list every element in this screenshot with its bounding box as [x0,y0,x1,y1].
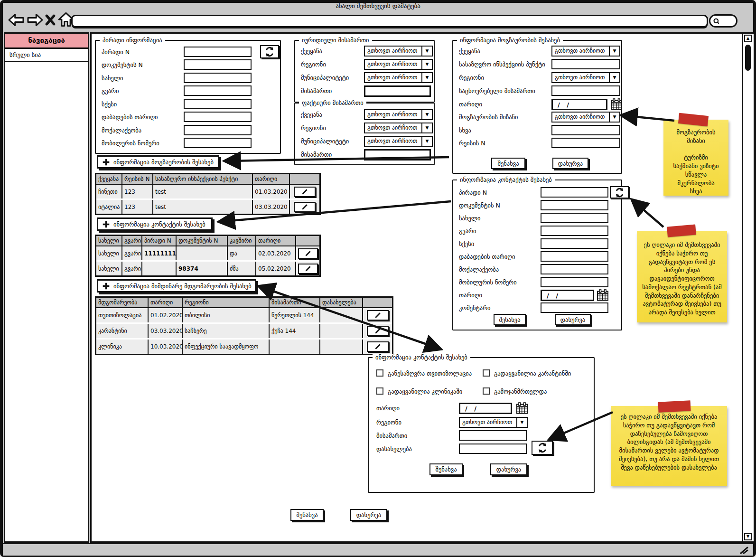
refresh-button[interactable] [532,441,553,455]
dropdown-arrow-icon[interactable]: ▼ [421,60,432,69]
cell: 10.03.2020 [149,340,183,354]
select-placeholder: გთხოვთ აირჩიოთ [365,47,421,56]
calendar-icon[interactable] [610,98,623,111]
contact-date-input[interactable]: / / [541,290,594,301]
last-name-input[interactable] [184,85,252,96]
contact-comment-input[interactable] [541,302,608,313]
field-label: თარიღი [376,405,400,412]
mobile-input[interactable] [184,138,252,148]
other-input[interactable] [551,125,620,135]
cell [320,324,363,338]
dropdown-arrow-icon[interactable]: ▼ [421,123,432,132]
field-label: თარიღი [459,101,482,108]
flight-n-input[interactable] [551,138,620,148]
edit-row-button[interactable] [294,187,316,197]
close-button[interactable]: დახურვა [555,314,591,325]
dropdown-arrow-icon[interactable]: ▼ [421,110,432,119]
contact-citizenship-input[interactable] [541,264,608,274]
tape-decoration [678,113,709,126]
select-placeholder: გთხოვთ აირჩიოთ [365,73,421,82]
sex-input[interactable] [184,99,252,109]
field-label: მოქალაქეობა [459,266,499,273]
field-label: რეგიონი [301,61,326,68]
dropdown-arrow-icon[interactable]: ▼ [421,73,432,82]
country-select[interactable]: გთხოვთ აირჩიოთ▼ [364,46,433,57]
dropdown-arrow-icon[interactable]: ▼ [421,47,432,56]
table-row: კლინიკა 10.03.2020 ინფექციური საავადმყოფ… [96,338,392,354]
save-button[interactable]: შენახვა [491,158,525,169]
travel-purpose-select[interactable]: გთხოვთ აირჩიოთ▼ [551,112,620,123]
cell: 98374 [177,262,228,275]
close-button[interactable]: დახურვა [350,509,387,521]
quarantine-checkbox[interactable] [483,369,490,377]
field-label: დოკუმენტის N [459,202,500,209]
birthdate-input[interactable] [184,112,252,122]
refresh-button[interactable] [260,45,279,58]
save-button[interactable]: შენახვა [494,314,526,325]
contact-last-name-input[interactable] [541,226,608,236]
edit-row-button[interactable] [298,248,318,259]
contact-sex-input[interactable] [541,238,608,249]
municipality-select[interactable]: გთხოვთ აირჩიოთ▼ [364,72,433,83]
field-label: სქესი [102,101,117,108]
status-facility-name-input[interactable] [459,444,527,454]
clinic-checkbox[interactable] [376,387,383,395]
citizenship-input[interactable] [184,125,252,135]
first-name-input[interactable] [184,73,252,83]
table-row: კარანტინი 03.03.2020 საჩხერე ქუჩა 144 [96,322,392,338]
refresh-button[interactable] [610,186,629,198]
column-header: პირადი N [142,236,177,245]
address-input[interactable] [364,149,431,160]
field-label: მისამართი [376,432,407,439]
dropdown-arrow-icon[interactable]: ▼ [516,418,527,427]
contact-birthdate-input[interactable] [541,251,608,262]
status-address-input[interactable] [459,430,527,441]
edit-row-button[interactable] [367,326,389,336]
add-current-status-button[interactable]: ინფორმაცია მიმდინარე მდგომარეობის შესახე… [97,279,256,293]
save-button[interactable]: შენახვა [429,463,463,475]
date-input[interactable]: / / [551,99,607,110]
field-label: მუნიციპალიტეტი [301,74,349,81]
recovered-checkbox[interactable] [483,387,490,395]
self-isolation-checkbox[interactable] [376,369,383,377]
municipality-select[interactable]: გთხოვთ აირჩიოთ▼ [364,136,433,147]
dropdown-arrow-icon[interactable]: ▼ [609,113,619,122]
region-select[interactable]: გთხოვთ აირჩიოთ▼ [364,59,433,70]
status-region-select[interactable]: გთხოვთ აირჩიოთ▼ [459,417,528,428]
personal-info-panel: პირადი ინფორმაცია პირადი N დოკუმენტის N … [95,40,281,154]
calendar-icon[interactable] [597,289,609,302]
field-label: გვარი [102,87,119,94]
country-select[interactable]: გთხოვთ აირჩიოთ▼ [364,109,433,120]
border-checkpoint-input[interactable] [551,59,620,69]
field-label: სხვა [459,127,471,134]
document-n-input[interactable] [184,59,252,70]
contact-first-name-input[interactable] [541,213,608,223]
region-select[interactable]: გთხოვთ აირჩიოთ▼ [551,72,620,83]
close-button[interactable]: დახურვა [490,463,527,475]
address-input[interactable] [364,85,431,97]
save-button[interactable]: შენახვა [290,509,324,521]
refresh-icon [537,442,548,453]
edit-row-button[interactable] [294,202,316,212]
contact-personal-id-input[interactable] [541,187,608,198]
personal-id-input[interactable] [184,47,252,57]
contact-document-n-input[interactable] [541,200,608,210]
edit-row-button[interactable] [367,310,389,321]
residence-address-input[interactable] [551,85,620,96]
edit-row-button[interactable] [367,341,389,352]
plus-icon [102,282,110,290]
close-button[interactable]: დახურვა [552,158,588,169]
region-select[interactable]: გთხოვთ აირჩიოთ▼ [364,123,433,133]
dropdown-arrow-icon[interactable]: ▼ [609,47,619,56]
tape-decoration [658,400,691,413]
dropdown-arrow-icon[interactable]: ▼ [421,137,432,146]
calendar-icon[interactable] [516,402,528,415]
cell: სახელი [96,246,122,260]
status-date-input[interactable]: / / [459,403,512,414]
country-select[interactable]: გთხოვთ აირჩიოთ▼ [551,46,620,57]
contact-mobile-input[interactable] [541,277,608,287]
edit-row-button[interactable] [298,264,318,274]
add-travel-info-button[interactable]: ინფორმაცია მოგზაურობის შესახებ [97,155,219,169]
dropdown-arrow-icon[interactable]: ▼ [609,73,619,82]
add-contact-info-button[interactable]: ინფორმაცია კონტაქტის შესახებ [97,217,213,231]
